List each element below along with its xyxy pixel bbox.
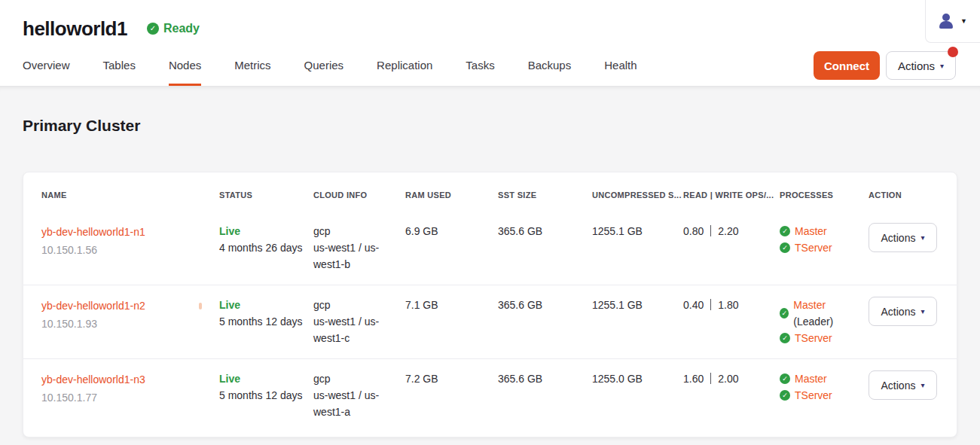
node-name-cell: yb-dev-helloworld1-n3 10.150.1.77 [41,370,219,420]
node-ram: 7.2 GB [405,370,498,420]
process-tserver-label: TServer [795,330,832,346]
table-header-row: NAME STATUS CLOUD INFO RAM USED SST SIZE… [23,172,957,212]
process-master: ✓ Master [780,223,859,239]
write-ops: 1.80 [718,299,738,311]
user-menu[interactable]: ▼ [925,0,980,43]
node-action-cell: Actions ▾ [869,370,946,420]
tab-tables[interactable]: Tables [103,44,136,86]
tab-tasks[interactable]: Tasks [466,44,494,86]
nav-tabs-bar: Overview Tables Nodes Metrics Queries Re… [0,44,980,86]
tab-replication[interactable]: Replication [377,44,432,86]
col-header-uncompressed: UNCOMPRESSED S... [592,190,683,200]
node-provider: gcp [313,297,396,313]
col-header-ram-used: RAM USED [405,190,498,200]
col-header-action: ACTION [869,190,939,200]
process-master-suffix: (Leader) [793,315,833,328]
page-title: Primary Cluster [23,87,957,135]
check-circle-icon: ✓ [147,23,159,35]
node-status: Live [219,370,304,387]
read-ops: 0.40 [683,299,704,311]
read-ops: 0.80 [683,225,704,237]
node-processes-cell: ✓ Master (Leader) ✓ TServer [780,297,869,346]
check-circle-icon: ✓ [780,226,790,236]
check-circle-icon: ✓ [780,333,790,343]
node-actions-label: Actions [881,379,916,392]
node-actions-label: Actions [881,232,916,244]
write-ops: 2.00 [718,373,738,385]
node-status: Live [219,297,304,313]
app-header: helloworld1 ✓ Ready ▼ Overview Tables No… [0,0,980,87]
table-row: yb-dev-helloworld1-n2 10.150.1.93 Live 5… [23,285,957,358]
process-tserver: ✓ TServer [780,330,859,346]
node-ip: 10.150.1.56 [41,241,210,259]
col-header-sst-size: SST SIZE [498,190,592,200]
node-actions-button[interactable]: Actions ▾ [869,297,937,326]
tab-backups[interactable]: Backups [528,44,572,86]
node-uncompressed-size: 1255.1 GB [592,223,683,273]
page-content: Primary Cluster NAME STATUS CLOUD INFO R… [0,87,980,445]
process-master: ✓ Master [780,370,859,387]
node-name-link[interactable]: yb-dev-helloworld1-n3 [41,370,145,389]
node-provider: gcp [313,370,396,387]
process-tserver: ✓ TServer [780,387,859,404]
node-uptime: 4 months 26 days [219,239,304,256]
process-tserver-label: TServer [795,387,832,404]
node-sst-size: 365.6 GB [498,370,592,420]
table-row: yb-dev-helloworld1-n3 10.150.1.77 Live 5… [23,358,957,432]
node-name-cell: yb-dev-helloworld1-n1 10.150.1.56 [41,223,219,273]
node-zone: us-west1 / us-west1-a [313,387,396,420]
status-badge: ✓ Ready [147,22,200,35]
connect-button[interactable]: Connect [814,51,880,80]
process-master-label: Master [795,225,827,237]
node-cloud-cell: gcp us-west1 / us-west1-c [313,297,405,346]
process-tserver-label: TServer [795,239,832,256]
check-circle-icon: ✓ [780,373,790,384]
node-name-link[interactable]: yb-dev-helloworld1-n2 [41,297,145,315]
tab-metrics[interactable]: Metrics [234,44,270,86]
node-ip: 10.150.1.77 [41,389,210,407]
process-tserver: ✓ TServer [780,239,859,256]
node-status-cell: Live 4 months 26 days [219,223,313,273]
read-ops: 1.60 [683,373,704,385]
check-circle-icon: ✓ [780,308,789,319]
node-action-cell: Actions ▾ [869,297,946,346]
node-zone: us-west1 / us-west1-b [313,239,396,273]
process-master-label: Master [793,299,826,311]
node-uncompressed-size: 1255.1 GB [592,297,683,346]
caret-down-icon: ▾ [920,307,924,315]
node-uptime: 5 months 12 days [219,387,304,404]
node-status: Live [219,223,304,239]
node-name-link[interactable]: yb-dev-helloworld1-n1 [41,223,145,241]
node-uptime: 5 months 12 days [219,313,304,330]
caret-down-icon: ▾ [920,381,924,389]
chevron-down-icon: ▼ [960,17,967,25]
universe-actions-label: Actions [898,59,935,72]
node-read-write-ops: 0.802.20 [683,223,780,273]
tab-health[interactable]: Health [604,44,637,86]
node-read-write-ops: 0.401.80 [683,297,780,346]
node-ram: 6.9 GB [405,223,498,273]
nav-tabs: Overview Tables Nodes Metrics Queries Re… [23,44,637,86]
universe-actions-button[interactable]: Actions ▾ [886,51,956,80]
node-provider: gcp [313,223,396,239]
col-header-cloud-info: CLOUD INFO [313,190,405,200]
tab-nodes[interactable]: Nodes [169,44,201,86]
node-cloud-cell: gcp us-west1 / us-west1-a [313,370,405,420]
node-read-write-ops: 1.602.00 [683,370,780,420]
pipe-divider [710,299,711,310]
nodes-table-card: NAME STATUS CLOUD INFO RAM USED SST SIZE… [23,172,957,437]
node-status-cell: Live 5 months 12 days [219,297,313,346]
node-processes-cell: ✓ Master ✓ TServer [780,223,869,273]
tab-overview[interactable]: Overview [23,44,70,86]
node-actions-button[interactable]: Actions ▾ [869,370,937,400]
caret-down-icon: ▾ [920,233,924,242]
col-header-name: NAME [41,190,219,200]
tab-queries[interactable]: Queries [304,44,344,86]
node-sst-size: 365.6 GB [498,297,592,346]
alert-dot-badge [948,47,958,57]
node-status-cell: Live 5 months 12 days [219,370,313,420]
node-zone: us-west1 / us-west1-c [313,313,396,346]
node-actions-button[interactable]: Actions ▾ [869,223,937,252]
col-header-status: STATUS [219,190,313,200]
pipe-divider [710,373,711,384]
